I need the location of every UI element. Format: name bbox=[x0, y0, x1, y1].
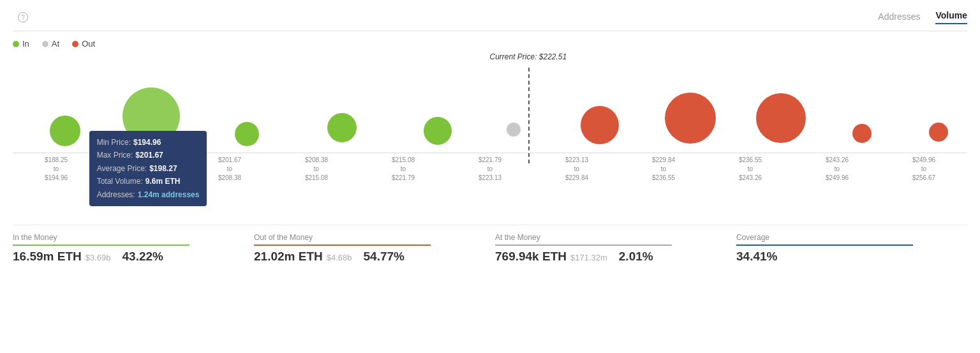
x-label: $188.25to$194.96 bbox=[13, 153, 100, 183]
x-label: $229.84to$236.55 bbox=[620, 153, 707, 183]
stat-percentage: 2.01% bbox=[619, 250, 653, 264]
stat-underline bbox=[736, 244, 913, 246]
current-price-label: Current Price: $222.51 bbox=[489, 52, 567, 61]
bubble-b1[interactable] bbox=[50, 116, 80, 146]
chart-inner: Current Price: $222.51 Min Price:$194.96… bbox=[13, 68, 967, 183]
stat-secondary-value: $4.68b bbox=[327, 253, 352, 262]
bubble-b11[interactable] bbox=[929, 123, 948, 142]
x-label: $243.26to$249.96 bbox=[794, 153, 880, 183]
legend-item-in: In bbox=[13, 39, 29, 49]
stat-group-coverage: Coverage34.41% bbox=[726, 233, 967, 264]
stat-underline bbox=[495, 244, 672, 246]
legend-label-in: In bbox=[22, 39, 29, 49]
stat-values: 769.94k ETH$171.32m2.01% bbox=[495, 250, 716, 264]
stat-main-value: 769.94k ETH bbox=[495, 250, 567, 264]
stat-underline bbox=[13, 244, 189, 246]
stat-group-out-of-the-money: Out of the Money21.02m ETH$4.68b54.77% bbox=[244, 233, 485, 264]
legend-item-at: At bbox=[42, 39, 59, 49]
tab-group: AddressesVolume bbox=[878, 10, 967, 24]
legend-dot-at bbox=[42, 41, 48, 47]
title-row: ? bbox=[13, 12, 28, 22]
header: ? AddressesVolume bbox=[13, 10, 967, 31]
bubble-b3[interactable] bbox=[235, 122, 259, 146]
stat-label: At the Money bbox=[495, 233, 716, 242]
stat-values: 21.02m ETH$4.68b54.77% bbox=[254, 250, 475, 264]
stat-label: In the Money bbox=[13, 233, 234, 242]
x-label: $208.38to$215.08 bbox=[273, 153, 360, 183]
legend-label-out: Out bbox=[82, 39, 95, 49]
bubble-b10[interactable] bbox=[852, 124, 872, 143]
stat-values: 16.59m ETH$3.69b43.22% bbox=[13, 250, 234, 264]
bubble-b9[interactable] bbox=[756, 93, 806, 143]
bubble-b4[interactable] bbox=[327, 113, 357, 142]
x-label: $249.96to$256.67 bbox=[880, 153, 967, 183]
main-container: ? AddressesVolume InAtOut Current Price:… bbox=[0, 0, 980, 353]
x-label: $223.13to$229.84 bbox=[533, 153, 620, 183]
bubble-b6[interactable] bbox=[507, 123, 521, 137]
stat-label: Out of the Money bbox=[254, 233, 475, 242]
stat-values: 34.41% bbox=[736, 250, 957, 264]
chart-area: Current Price: $222.51 Min Price:$194.96… bbox=[13, 68, 967, 214]
current-price-line bbox=[528, 68, 530, 163]
bubble-b5[interactable] bbox=[424, 117, 452, 145]
stat-percentage: 43.22% bbox=[122, 250, 163, 264]
stat-percentage: 34.41% bbox=[736, 250, 777, 264]
tab-volume[interactable]: Volume bbox=[935, 10, 967, 24]
tab-addresses[interactable]: Addresses bbox=[878, 11, 920, 24]
stat-percentage: 54.77% bbox=[364, 250, 405, 264]
stat-secondary-value: $171.32m bbox=[570, 253, 607, 262]
bottom-stats: In the Money16.59m ETH$3.69b43.22%Out of… bbox=[13, 225, 967, 264]
legend-label-at: At bbox=[52, 39, 59, 49]
x-label: $221.79to$223.13 bbox=[447, 153, 533, 183]
bubble-b8[interactable] bbox=[665, 93, 716, 144]
stat-group-in-the-money: In the Money16.59m ETH$3.69b43.22% bbox=[13, 233, 244, 264]
x-label: $236.55to$243.26 bbox=[707, 153, 794, 183]
legend: InAtOut bbox=[13, 39, 967, 49]
legend-item-out: Out bbox=[72, 39, 95, 49]
stat-label: Coverage bbox=[736, 233, 957, 242]
bubble-b7[interactable] bbox=[581, 106, 619, 144]
stat-group-at-the-money: At the Money769.94k ETH$171.32m2.01% bbox=[485, 233, 726, 264]
stat-underline bbox=[254, 244, 431, 246]
stat-main-value: 21.02m ETH bbox=[254, 250, 323, 264]
legend-dot-in bbox=[13, 41, 19, 47]
tooltip: Min Price:$194.96 Max Price:$201.67 Aver… bbox=[89, 131, 207, 206]
stat-main-value: 16.59m ETH bbox=[13, 250, 82, 264]
x-label: $215.08to$221.79 bbox=[360, 153, 447, 183]
stat-secondary-value: $3.69b bbox=[85, 253, 111, 262]
legend-dot-out bbox=[72, 41, 78, 47]
help-icon[interactable]: ? bbox=[18, 12, 28, 22]
